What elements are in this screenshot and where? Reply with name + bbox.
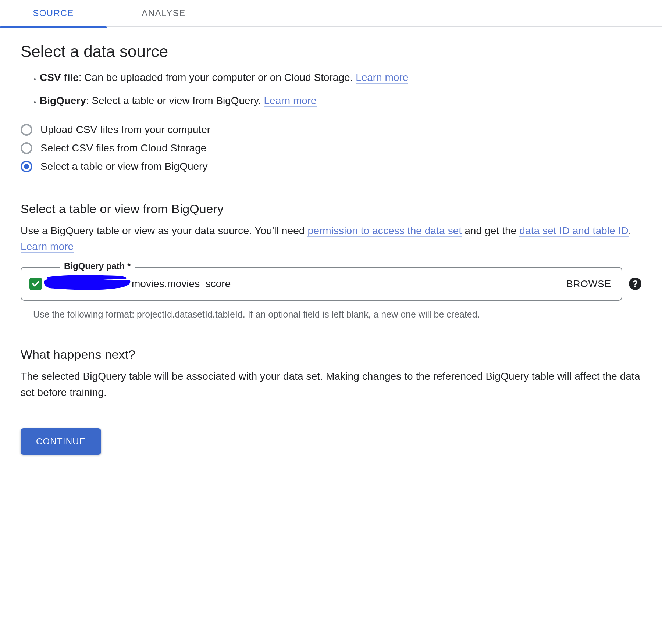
bigquery-path-field-row: BigQuery path * movies.movies_score BROW…: [21, 267, 641, 301]
bullet-csv-text: : Can be uploaded from your computer or …: [79, 72, 356, 83]
radio-icon-selected: [21, 161, 32, 172]
bigquery-path-value[interactable]: movies.movies_score: [132, 278, 564, 290]
what-happens-next-desc: The selected BigQuery table will be asso…: [21, 368, 641, 400]
tab-analyse[interactable]: ANALYSE: [107, 0, 217, 26]
bullet-bq-bold: BigQuery: [40, 95, 86, 106]
select-data-source-title: Select a data source: [21, 42, 641, 61]
redacted-project-id: [46, 276, 130, 292]
radio-icon: [21, 142, 32, 154]
what-happens-next-title: What happens next?: [21, 347, 641, 362]
desc-part-b: and get the: [462, 225, 519, 236]
dataset-id-link[interactable]: data set ID and table ID: [519, 225, 629, 237]
desc-part-a: Use a BigQuery table or view as your dat…: [21, 225, 307, 236]
desc-part-c: .: [629, 225, 631, 236]
bullet-csv: CSV file: Can be uploaded from your comp…: [40, 69, 641, 86]
data-source-bullets: CSV file: Can be uploaded from your comp…: [21, 69, 641, 109]
bigquery-section-desc: Use a BigQuery table or view as your dat…: [21, 223, 641, 255]
radio-label: Select a table or view from BigQuery: [40, 161, 207, 172]
radio-label: Select CSV files from Cloud Storage: [40, 142, 206, 154]
tab-bar: SOURCE ANALYSE: [0, 0, 662, 27]
continue-button[interactable]: CONTINUE: [21, 428, 101, 455]
learn-more-section2-link[interactable]: Learn more: [21, 241, 74, 253]
field-label: BigQuery path *: [60, 261, 135, 271]
tab-active-indicator: [0, 26, 107, 28]
radio-upload-csv[interactable]: Upload CSV files from your computer: [21, 124, 641, 136]
bullet-bq-text: : Select a table or view from BigQuery.: [86, 95, 264, 106]
learn-more-csv-link[interactable]: Learn more: [356, 72, 408, 84]
bullet-bigquery: BigQuery: Select a table or view from Bi…: [40, 93, 641, 109]
source-radio-group: Upload CSV files from your computer Sele…: [21, 124, 641, 172]
browse-button[interactable]: BROWSE: [564, 275, 613, 293]
bigquery-path-input[interactable]: BigQuery path * movies.movies_score BROW…: [21, 267, 622, 301]
field-helper-text: Use the following format: projectId.data…: [33, 307, 641, 322]
learn-more-bq-link[interactable]: Learn more: [264, 95, 316, 107]
radio-label: Upload CSV files from your computer: [40, 124, 210, 136]
radio-icon: [21, 124, 32, 136]
permission-link[interactable]: permission to access the data set: [307, 225, 462, 237]
help-icon[interactable]: ?: [629, 278, 641, 290]
tab-source[interactable]: SOURCE: [0, 0, 107, 26]
radio-cloud-storage[interactable]: Select CSV files from Cloud Storage: [21, 142, 641, 154]
radio-bigquery[interactable]: Select a table or view from BigQuery: [21, 161, 641, 172]
bullet-csv-bold: CSV file: [40, 72, 79, 83]
valid-check-icon: [29, 278, 42, 290]
bigquery-section-title: Select a table or view from BigQuery: [21, 202, 641, 216]
